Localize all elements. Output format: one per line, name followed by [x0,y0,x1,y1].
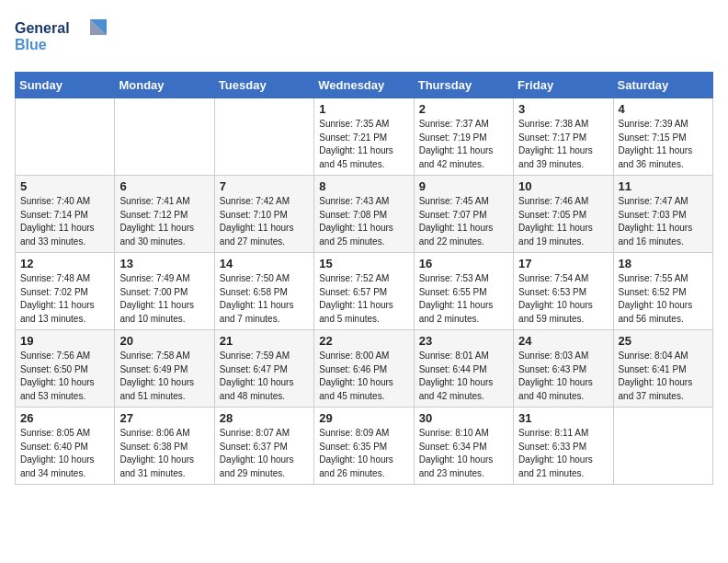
calendar-cell: 27Sunrise: 8:06 AM Sunset: 6:38 PM Dayli… [115,408,214,485]
day-info: Sunrise: 8:04 AM Sunset: 6:41 PM Dayligh… [619,350,708,403]
day-number: 17 [518,257,608,270]
calendar-week-row: 26Sunrise: 8:05 AM Sunset: 6:40 PM Dayli… [16,408,713,485]
calendar-cell: 5Sunrise: 7:40 AM Sunset: 7:14 PM Daylig… [16,176,115,253]
weekday-header-monday: Monday [115,73,214,98]
calendar-cell: 14Sunrise: 7:50 AM Sunset: 6:58 PM Dayli… [214,253,313,330]
day-number: 23 [419,334,508,348]
day-number: 2 [419,102,508,116]
day-info: Sunrise: 7:54 AM Sunset: 6:53 PM Dayligh… [518,272,608,326]
day-info: Sunrise: 8:09 AM Sunset: 6:35 PM Dayligh… [319,427,408,480]
day-number: 13 [119,257,209,270]
day-number: 7 [220,179,309,193]
weekday-header-friday: Friday [514,73,613,98]
calendar-cell: 19Sunrise: 7:56 AM Sunset: 6:50 PM Dayli… [16,330,115,408]
calendar-cell [214,98,313,176]
calendar-cell: 7Sunrise: 7:42 AM Sunset: 7:10 PM Daylig… [214,176,313,253]
day-number: 10 [518,179,608,193]
day-number: 11 [619,179,708,193]
day-number: 1 [319,102,408,116]
day-number: 18 [619,257,708,270]
day-info: Sunrise: 7:35 AM Sunset: 7:21 PM Dayligh… [319,118,408,171]
day-number: 3 [518,102,608,116]
svg-text:Blue: Blue [15,37,47,52]
day-number: 24 [518,334,608,348]
calendar-cell: 26Sunrise: 8:05 AM Sunset: 6:40 PM Dayli… [16,408,115,485]
calendar-cell: 21Sunrise: 7:59 AM Sunset: 6:47 PM Dayli… [214,330,313,408]
day-info: Sunrise: 7:45 AM Sunset: 7:07 PM Dayligh… [419,195,508,248]
calendar-week-row: 12Sunrise: 7:48 AM Sunset: 7:02 PM Dayli… [16,253,713,330]
calendar-cell: 17Sunrise: 7:54 AM Sunset: 6:53 PM Dayli… [514,253,613,330]
calendar-week-row: 5Sunrise: 7:40 AM Sunset: 7:14 PM Daylig… [16,176,713,253]
day-info: Sunrise: 7:58 AM Sunset: 6:49 PM Dayligh… [119,350,209,403]
day-info: Sunrise: 7:48 AM Sunset: 7:02 PM Dayligh… [20,272,109,326]
day-number: 27 [119,411,209,425]
day-info: Sunrise: 8:03 AM Sunset: 6:43 PM Dayligh… [518,350,608,403]
day-info: Sunrise: 7:41 AM Sunset: 7:12 PM Dayligh… [119,195,209,248]
day-info: Sunrise: 8:06 AM Sunset: 6:38 PM Dayligh… [119,427,209,480]
day-info: Sunrise: 8:10 AM Sunset: 6:34 PM Dayligh… [419,427,508,480]
calendar-cell: 28Sunrise: 8:07 AM Sunset: 6:37 PM Dayli… [214,408,313,485]
day-info: Sunrise: 7:38 AM Sunset: 7:17 PM Dayligh… [518,118,608,171]
day-number: 16 [419,257,508,270]
day-number: 19 [20,334,109,348]
day-info: Sunrise: 8:07 AM Sunset: 6:37 PM Dayligh… [220,427,309,480]
day-info: Sunrise: 8:05 AM Sunset: 6:40 PM Dayligh… [20,427,109,480]
calendar-cell: 22Sunrise: 8:00 AM Sunset: 6:46 PM Dayli… [314,330,414,408]
day-info: Sunrise: 7:49 AM Sunset: 7:00 PM Dayligh… [119,272,209,326]
day-number: 6 [119,179,209,193]
calendar-header-row: SundayMondayTuesdayWednesdayThursdayFrid… [16,73,713,98]
calendar-cell: 12Sunrise: 7:48 AM Sunset: 7:02 PM Dayli… [16,253,115,330]
calendar-cell: 29Sunrise: 8:09 AM Sunset: 6:35 PM Dayli… [314,408,414,485]
day-number: 9 [419,179,508,193]
calendar-cell: 24Sunrise: 8:03 AM Sunset: 6:43 PM Dayli… [514,330,613,408]
day-number: 5 [20,179,109,193]
calendar-cell: 3Sunrise: 7:38 AM Sunset: 7:17 PM Daylig… [514,98,613,176]
day-number: 30 [419,411,508,425]
day-info: Sunrise: 7:37 AM Sunset: 7:19 PM Dayligh… [419,118,508,171]
weekday-header-saturday: Saturday [613,73,712,98]
calendar-cell: 18Sunrise: 7:55 AM Sunset: 6:52 PM Dayli… [613,253,712,330]
day-number: 21 [220,334,309,348]
calendar-cell: 20Sunrise: 7:58 AM Sunset: 6:49 PM Dayli… [115,330,214,408]
calendar-week-row: 1Sunrise: 7:35 AM Sunset: 7:21 PM Daylig… [16,98,713,176]
calendar-cell: 13Sunrise: 7:49 AM Sunset: 7:00 PM Dayli… [115,253,214,330]
calendar-cell: 16Sunrise: 7:53 AM Sunset: 6:55 PM Dayli… [414,253,513,330]
calendar-table: SundayMondayTuesdayWednesdayThursdayFrid… [15,72,713,485]
day-info: Sunrise: 7:53 AM Sunset: 6:55 PM Dayligh… [419,272,508,326]
day-info: Sunrise: 7:59 AM Sunset: 6:47 PM Dayligh… [220,350,309,403]
calendar-cell: 15Sunrise: 7:52 AM Sunset: 6:57 PM Dayli… [314,253,414,330]
day-number: 4 [619,102,708,116]
svg-text:General: General [15,20,70,36]
day-info: Sunrise: 7:55 AM Sunset: 6:52 PM Dayligh… [619,272,708,326]
calendar-week-row: 19Sunrise: 7:56 AM Sunset: 6:50 PM Dayli… [16,330,713,408]
day-info: Sunrise: 7:52 AM Sunset: 6:57 PM Dayligh… [319,272,408,326]
weekday-header-wednesday: Wednesday [314,73,414,98]
calendar-cell: 30Sunrise: 8:10 AM Sunset: 6:34 PM Dayli… [414,408,513,485]
calendar-cell: 25Sunrise: 8:04 AM Sunset: 6:41 PM Dayli… [613,330,712,408]
day-number: 8 [319,179,408,193]
day-number: 25 [619,334,708,348]
day-info: Sunrise: 7:56 AM Sunset: 6:50 PM Dayligh… [20,350,109,403]
day-info: Sunrise: 7:50 AM Sunset: 6:58 PM Dayligh… [220,272,309,326]
day-info: Sunrise: 7:43 AM Sunset: 7:08 PM Dayligh… [319,195,408,248]
day-info: Sunrise: 7:42 AM Sunset: 7:10 PM Dayligh… [220,195,309,248]
logo-text-block: General Blue [15,15,116,61]
weekday-header-sunday: Sunday [16,73,115,98]
day-number: 26 [20,411,109,425]
calendar-cell: 23Sunrise: 8:01 AM Sunset: 6:44 PM Dayli… [414,330,513,408]
day-number: 20 [119,334,209,348]
calendar-cell: 2Sunrise: 7:37 AM Sunset: 7:19 PM Daylig… [414,98,513,176]
calendar-cell: 31Sunrise: 8:11 AM Sunset: 6:33 PM Dayli… [514,408,613,485]
day-info: Sunrise: 8:01 AM Sunset: 6:44 PM Dayligh… [419,350,508,403]
calendar-cell [613,408,712,485]
day-info: Sunrise: 8:00 AM Sunset: 6:46 PM Dayligh… [319,350,408,403]
weekday-header-tuesday: Tuesday [214,73,313,98]
day-number: 29 [319,411,408,425]
day-number: 14 [220,257,309,270]
calendar-cell: 10Sunrise: 7:46 AM Sunset: 7:05 PM Dayli… [514,176,613,253]
day-info: Sunrise: 8:11 AM Sunset: 6:33 PM Dayligh… [518,427,608,480]
day-number: 28 [220,411,309,425]
calendar-cell [115,98,214,176]
calendar-cell: 4Sunrise: 7:39 AM Sunset: 7:15 PM Daylig… [613,98,712,176]
day-number: 15 [319,257,408,270]
